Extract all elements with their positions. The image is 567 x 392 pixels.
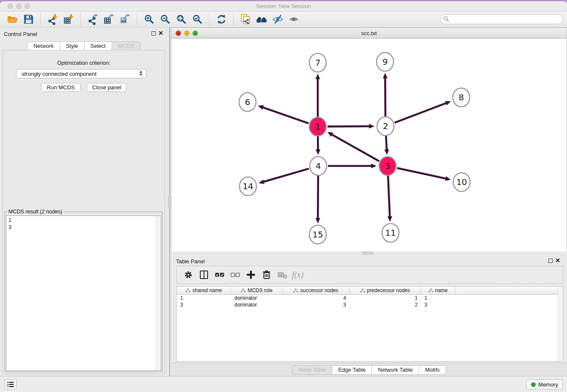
table-body: 1dominator4113dominator323 xyxy=(177,295,563,308)
graph-node-1[interactable]: 1 xyxy=(309,117,326,136)
graph-node-8[interactable]: 8 xyxy=(453,88,470,107)
tab-style[interactable]: Style xyxy=(60,41,85,51)
vertical-splitter[interactable] xyxy=(168,28,171,376)
zoom-selected-button[interactable] xyxy=(189,13,205,26)
zoom-in-button[interactable] xyxy=(141,13,157,26)
optimization-criterion-select[interactable]: strongly connected component xyxy=(16,69,146,78)
export-table-button[interactable] xyxy=(101,13,117,26)
table-cell[interactable]: 3 xyxy=(177,301,231,308)
duplicate-network-button[interactable] xyxy=(237,13,253,26)
trash-button[interactable] xyxy=(259,268,274,282)
export-network-button[interactable] xyxy=(85,13,101,26)
column-header-predecessor-nodes[interactable]: predecessor nodes xyxy=(350,287,421,294)
horizontal-splitter[interactable] xyxy=(171,251,567,255)
tab-motifs[interactable]: Motifs xyxy=(419,365,446,375)
memory-button-label: Memory xyxy=(538,381,558,388)
gear-button[interactable] xyxy=(180,268,196,282)
table-row[interactable]: 1dominator411 xyxy=(177,295,563,301)
column-header-shared-name[interactable]: shared name xyxy=(177,287,231,294)
graph-node-10[interactable]: 10 xyxy=(453,173,470,191)
graph-edge-2-8[interactable] xyxy=(395,103,446,123)
task-history-button[interactable] xyxy=(5,379,17,389)
tab-edge-table[interactable]: Edge Table xyxy=(332,365,372,375)
list-icon xyxy=(7,381,14,388)
table-cell[interactable]: 1 xyxy=(177,295,231,301)
table-cell[interactable]: 1 xyxy=(421,295,455,301)
graph-node-label: 9 xyxy=(383,57,388,67)
graph-node-3[interactable]: 3 xyxy=(379,157,396,175)
table-cell[interactable]: 2 xyxy=(350,301,421,308)
zoom-fit-button[interactable] xyxy=(173,13,189,26)
graph-edge-1-6[interactable] xyxy=(263,108,308,124)
graph-node-15[interactable]: 15 xyxy=(309,225,326,244)
table-cell[interactable]: dominator xyxy=(231,301,283,308)
zoom-out-button[interactable] xyxy=(157,13,173,26)
table-cell[interactable]: 1 xyxy=(350,295,421,301)
graph-edge-2-9[interactable] xyxy=(385,78,385,116)
close-panel-button[interactable]: Close panel xyxy=(87,83,127,92)
hierarchy-icon xyxy=(293,288,298,293)
graph-edge-4-14[interactable] xyxy=(264,168,308,182)
tab-select[interactable]: Select xyxy=(85,41,112,51)
control-panel-tabs: NetworkStyleSelectMCDS xyxy=(0,41,168,51)
mcds-result-list[interactable]: 13 xyxy=(6,215,161,371)
table-cell[interactable]: dominator xyxy=(231,295,283,301)
save-session-button[interactable] xyxy=(20,13,36,26)
tab-network-table[interactable]: Network Table xyxy=(372,365,419,375)
graph-node-7[interactable]: 7 xyxy=(309,53,326,72)
column-header-label: MCDS role xyxy=(248,287,272,293)
search-icon xyxy=(443,16,449,22)
select-all-button[interactable] xyxy=(212,268,227,282)
add-button[interactable] xyxy=(243,268,259,282)
table-panel-close-icon[interactable]: ✕ xyxy=(555,257,560,263)
column-header-successor-nodes[interactable]: successor nodes xyxy=(283,287,350,294)
search-input[interactable] xyxy=(440,14,563,24)
open-file-button[interactable] xyxy=(4,13,20,26)
import-network-button[interactable] xyxy=(44,13,61,26)
run-mcds-button[interactable]: Run MCDS xyxy=(41,83,81,92)
graph-edge-2-3[interactable] xyxy=(386,136,387,149)
graph-edge-3-10[interactable] xyxy=(397,168,445,179)
graph-edge-4-15[interactable] xyxy=(318,176,318,218)
refresh-button[interactable] xyxy=(213,13,229,26)
memory-button[interactable]: Memory xyxy=(526,379,563,389)
deselect-all-button[interactable] xyxy=(227,268,243,282)
graph-node-14[interactable]: 14 xyxy=(239,177,256,196)
horizontal-splitter-grip[interactable] xyxy=(362,252,373,254)
graph-edge-3-11[interactable] xyxy=(388,176,390,216)
table-row[interactable]: 3dominator323 xyxy=(177,301,563,308)
table-panel-title: Table Panel xyxy=(176,258,205,265)
export-image-button[interactable] xyxy=(117,13,133,26)
graph-node-2[interactable]: 2 xyxy=(377,117,394,135)
column-header-MCDS-role[interactable]: MCDS role xyxy=(231,287,283,294)
graph-node-9[interactable]: 9 xyxy=(377,52,394,71)
control-panel-close-icon[interactable]: ✕ xyxy=(158,30,163,36)
tab-network[interactable]: Network xyxy=(27,41,60,51)
columns-button[interactable] xyxy=(196,268,212,282)
tab-mcds[interactable]: MCDS xyxy=(112,41,140,51)
graph-edge-1-2[interactable] xyxy=(328,126,369,127)
home-button[interactable] xyxy=(253,13,270,26)
column-header-name[interactable]: name xyxy=(421,287,455,294)
import-table-button[interactable] xyxy=(61,13,77,26)
mcds-result-scrollbar[interactable] xyxy=(156,216,161,370)
optimization-criterion-label: Optimization criterion: xyxy=(0,60,168,66)
main-toolbar xyxy=(0,11,567,28)
table-tabs: Node TableEdge TableNetwork TableMotifs xyxy=(171,365,567,375)
table-scrollbar[interactable] xyxy=(558,287,563,361)
control-panel-float-icon[interactable] xyxy=(151,31,156,36)
table-cell[interactable]: 4 xyxy=(283,295,350,301)
column-header-label: predecessor nodes xyxy=(367,287,410,293)
table-panel-float-icon[interactable] xyxy=(548,259,553,263)
vertical-splitter-grip[interactable] xyxy=(168,197,171,208)
table-cell[interactable]: 3 xyxy=(421,301,455,308)
graph-edge-3-1[interactable] xyxy=(332,135,379,161)
graph-node-6[interactable]: 6 xyxy=(239,93,256,111)
network-graph[interactable]: 7968124314101511 xyxy=(171,39,567,251)
tab-node-table[interactable]: Node Table xyxy=(292,365,333,375)
table-cell[interactable]: 3 xyxy=(283,301,350,308)
graph-node-4[interactable]: 4 xyxy=(310,157,327,175)
table-panel: Table Panel ✕ f(x) shared nameMCDS roles… xyxy=(171,255,567,376)
hide-selection-button[interactable] xyxy=(270,13,286,26)
graph-node-11[interactable]: 11 xyxy=(382,224,399,242)
